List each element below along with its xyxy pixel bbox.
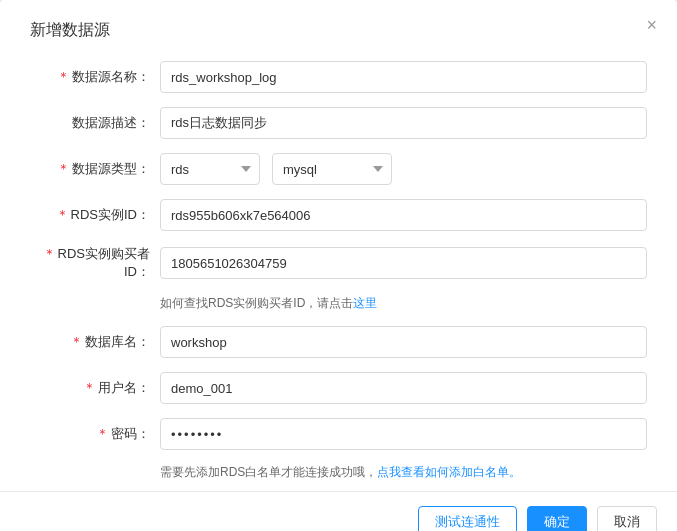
buyer-hint-link[interactable]: 这里 [353, 295, 377, 312]
type-select-1[interactable]: rds [160, 153, 260, 185]
required-marker2: ＊ [57, 161, 70, 176]
buyer-id-label: ＊RDS实例购买者ID： [30, 245, 160, 281]
db-label: ＊数据库名： [30, 333, 160, 351]
name-label: ＊数据源名称： [30, 68, 160, 86]
buyer-id-row: ＊RDS实例购买者ID： [30, 245, 647, 281]
whitelist-hint: 需要先添加RDS白名单才能连接成功哦，点我查看如何添加白名单。 [30, 464, 647, 481]
desc-input[interactable] [160, 107, 647, 139]
type-row: ＊数据源类型： rds mysql [30, 153, 647, 185]
whitelist-hint-link[interactable]: 点我查看如何添加白名单。 [377, 465, 521, 479]
db-row: ＊数据库名： [30, 326, 647, 358]
dialog-footer: 测试连通性 确定 取消 [0, 491, 677, 531]
whitelist-hint-text: 需要先添加RDS白名单才能连接成功哦， [160, 465, 377, 479]
rds-id-label: ＊RDS实例ID： [30, 206, 160, 224]
required-marker: ＊ [57, 69, 70, 84]
new-datasource-dialog: 新增数据源 × ＊数据源名称： 数据源描述： ＊数据源类型： rds mysql [0, 0, 677, 531]
required-marker7: ＊ [96, 426, 109, 441]
password-input[interactable] [160, 418, 647, 450]
desc-label: 数据源描述： [30, 114, 160, 132]
name-input[interactable] [160, 61, 647, 93]
required-marker6: ＊ [83, 380, 96, 395]
dialog-title: 新增数据源 [30, 20, 647, 41]
required-marker4: ＊ [43, 246, 56, 261]
db-input[interactable] [160, 326, 647, 358]
type-label: ＊数据源类型： [30, 160, 160, 178]
username-label: ＊用户名： [30, 379, 160, 397]
username-row: ＊用户名： [30, 372, 647, 404]
username-input[interactable] [160, 372, 647, 404]
type-select-2[interactable]: mysql [272, 153, 392, 185]
buyer-id-input[interactable] [160, 247, 647, 279]
desc-row: 数据源描述： [30, 107, 647, 139]
required-marker5: ＊ [70, 334, 83, 349]
rds-id-row: ＊RDS实例ID： [30, 199, 647, 231]
type-selects: rds mysql [160, 153, 392, 185]
test-connection-button[interactable]: 测试连通性 [418, 506, 517, 532]
buyer-hint-row: 如何查找RDS实例购买者ID，请点击 这里 [30, 295, 647, 312]
name-row: ＊数据源名称： [30, 61, 647, 93]
cancel-button[interactable]: 取消 [597, 506, 657, 532]
buyer-hint-text: 如何查找RDS实例购买者ID，请点击 [160, 295, 353, 312]
confirm-button[interactable]: 确定 [527, 506, 587, 532]
required-marker3: ＊ [56, 207, 69, 222]
close-button[interactable]: × [646, 16, 657, 34]
password-row: ＊密码： [30, 418, 647, 450]
rds-id-input[interactable] [160, 199, 647, 231]
password-label: ＊密码： [30, 425, 160, 443]
